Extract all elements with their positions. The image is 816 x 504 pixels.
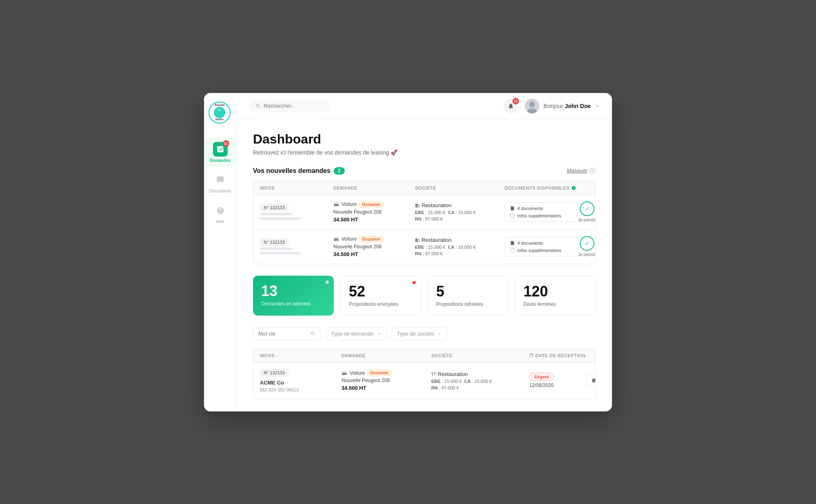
lower-condition-badge: Occasion: [367, 370, 391, 376]
table-row: N° 132133 Voiture Occasion: [253, 230, 595, 264]
stat-number-4: 120: [523, 284, 587, 299]
fork-icon: [431, 371, 436, 376]
stat-card-deals[interactable]: 120 Deals terminés: [515, 276, 596, 316]
type-demande-placeholder: Type de demande: [331, 331, 373, 337]
sidebar-item-demandes[interactable]: 11 Demandes: [204, 138, 236, 167]
building-icon-2: [415, 238, 420, 243]
docs-cell-2: 4 documents Infos supplémentaires: [505, 237, 578, 256]
societe-cell-2: Restauration EBE : 15.000 € CA : 15.000 …: [415, 237, 505, 256]
new-demands-header: Vos nouvelles demandes 2 Masquer: [253, 167, 596, 175]
lower-societe-details: EBE : 15.000 € CA : 15.000 €: [431, 379, 529, 384]
demande-top-1: Voiture Occasion: [333, 201, 415, 208]
info-line: [260, 217, 301, 220]
demande-top-2: Voiture Occasion: [333, 236, 415, 242]
lower-table-row: N° 132133 ACME Co 852 624 352 00013 Voit…: [253, 363, 595, 399]
info-circle-icon: [510, 213, 515, 218]
stat-card-propositions-refusees[interactable]: 5 Propositions refusées: [428, 276, 508, 316]
doc-extra-1: Infos supplémentaires: [510, 213, 573, 218]
info-circle-icon-2: [510, 248, 515, 253]
chevron-down-icon: [595, 104, 600, 108]
svg-text:Trouver: Trouver: [214, 104, 225, 106]
condition-badge-1: Occasion: [359, 201, 383, 208]
siret: 852 624 352 00013: [260, 387, 341, 392]
stat-card-propositions-envoyees[interactable]: 52 Propositions envoyées: [340, 276, 421, 316]
actions-cell-1: ✓ Je prends ✕ Je refuse: [578, 201, 596, 222]
svg-point-10: [510, 248, 514, 252]
accept-button-1[interactable]: ✓ Je prends: [578, 201, 596, 222]
details-button[interactable]: Détails: [586, 375, 596, 386]
page-subtitle: Retrouvez ici l'ensemble de vos demandes…: [253, 149, 596, 156]
lower-societe-rn: RN : 97.000 €: [431, 385, 529, 390]
demande-cell-1: Voiture Occasion Nouvelle Peugeot 208 34…: [333, 201, 415, 223]
lower-demande-price: 34.500 HT: [341, 385, 431, 391]
urgent-badge: Urgent: [529, 373, 554, 381]
stats-grid: 13 Demandes en attentes 52 Propositions …: [253, 276, 596, 316]
lower-date-cell: Urgent 12/09/2020: [529, 373, 586, 388]
accept-circle-2: ✓: [580, 236, 594, 251]
type-societe-filter[interactable]: Type de société: [392, 327, 448, 340]
lower-demande-model: Nouvelle Peugeot 208: [341, 378, 431, 383]
company-name: ACME Co: [260, 380, 341, 386]
stat-label-1: Demandes en attentes: [261, 301, 326, 307]
keyword-filter[interactable]: [253, 327, 321, 340]
header-right: 11 Bonjour John Doe: [503, 99, 600, 113]
actions-cell-2: ✓ Je prends ✕ Je refuse: [578, 236, 596, 257]
col-demande: Demande: [333, 186, 415, 190]
stat-card-demandes[interactable]: 13 Demandes en attentes: [253, 276, 334, 316]
header: 11 Bonjour John Doe: [237, 93, 612, 119]
chevron-down-icon-3: [437, 331, 442, 336]
logo[interactable]: on Trouver leaser: [208, 101, 233, 126]
type-demande-filter[interactable]: Type de demande: [326, 327, 387, 340]
stat-number-1: 13: [261, 284, 326, 298]
societe-rn-1: RN : 97.000 €: [415, 217, 505, 221]
clock-icon: [592, 378, 596, 383]
svg-text:on: on: [217, 108, 221, 111]
reception-date: 12/09/2020: [529, 382, 586, 388]
lower-col-infos: Infos ↓: [260, 353, 341, 358]
search-icon-filter: [310, 331, 315, 336]
col-documents: Documents disponibles: [505, 186, 578, 190]
notification-bell[interactable]: 11: [503, 99, 518, 113]
search-bar[interactable]: [249, 99, 330, 112]
svg-point-6: [529, 102, 535, 107]
doc-icon: [510, 206, 515, 211]
stat-label-2: Propositions envoyées: [349, 301, 412, 307]
doc-item-2: 4 documents: [510, 241, 573, 245]
accept-button-2[interactable]: ✓ Je prends: [578, 236, 596, 257]
lower-societe-name: Restauration: [431, 371, 529, 377]
lower-table: Infos ↓ Demande Société Date de réceptio…: [253, 349, 596, 399]
request-number-1: N° 132133: [260, 204, 288, 211]
accept-label-1: Je prends: [578, 218, 596, 222]
svg-text:leaser: leaser: [215, 118, 224, 121]
avatar: [525, 99, 539, 113]
docs-cell-1: 4 documents Infos supplémentaires: [505, 202, 578, 222]
sidebar-navigation: 11 Demandes Discussions: [204, 138, 236, 228]
lower-col-demande: Demande: [341, 353, 431, 358]
sidebar-item-aide[interactable]: Aide: [204, 199, 236, 228]
table-header: Infos Demande Société Documents disponib…: [253, 181, 595, 195]
user-info[interactable]: Bonjour John Doe: [525, 99, 600, 113]
lower-actions-cell: Détails: [586, 375, 596, 386]
lower-col-societe: Société: [431, 353, 529, 358]
search-input[interactable]: [264, 103, 324, 109]
lower-demande-top: Voiture Occasion: [341, 370, 431, 376]
info-cell-1: N° 132133: [260, 204, 333, 220]
keyword-input[interactable]: [258, 331, 307, 337]
masquer-button[interactable]: Masquer: [567, 168, 596, 174]
page-title: Dashboard: [253, 132, 596, 147]
lower-col-date: Date de réception: [529, 353, 586, 358]
accept-label-2: Je prends: [578, 252, 596, 257]
info-icon: [571, 186, 576, 190]
doc-item-1: 4 documents: [510, 206, 573, 211]
sidebar: on Trouver leaser 11 Demandes: [204, 93, 237, 411]
sidebar-item-discussions[interactable]: Discussions: [204, 168, 236, 197]
lower-request-number: N° 132133: [260, 369, 288, 376]
societe-name-1: Restauration: [415, 202, 505, 208]
col-infos: Infos: [260, 186, 333, 190]
sidebar-item-label-demandes: Demandes: [210, 158, 231, 163]
info-lines-1: [260, 213, 333, 220]
stat-number-3: 5: [436, 284, 500, 299]
new-demands-table: Infos Demande Société Documents disponib…: [253, 181, 596, 264]
lower-table-header: Infos ↓ Demande Société Date de réceptio…: [253, 349, 595, 363]
section-title-text: Vos nouvelles demandes: [253, 167, 330, 175]
